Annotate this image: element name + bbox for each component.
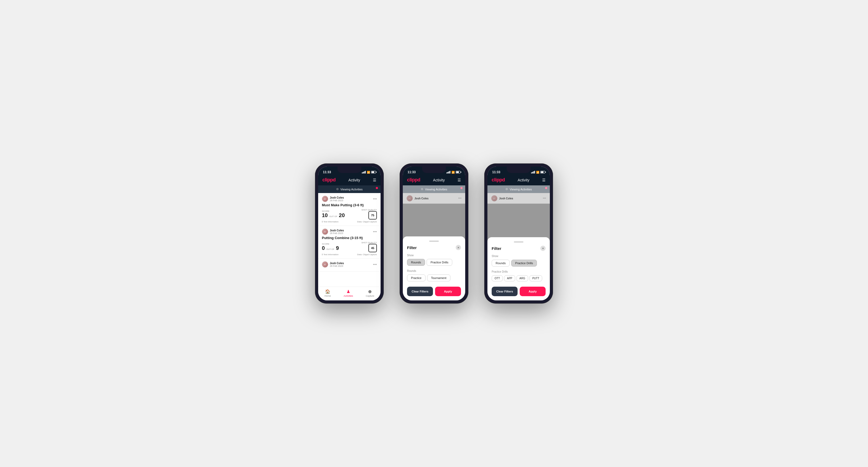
battery-icon-3 <box>540 171 545 174</box>
signal-bars-1 <box>362 171 366 174</box>
menu-icon-1[interactable]: ☰ <box>373 178 376 182</box>
user-details-1: Josh Coles 28 Feb 2023 <box>330 196 344 202</box>
avatar-img-3: JC <box>322 261 328 267</box>
sheet-header-3: Filter ✕ <box>492 246 546 251</box>
avatar-2: JC <box>322 228 328 235</box>
user-name-1: Josh Coles <box>330 196 344 199</box>
shot-quality-label-1: Shot Quality <box>361 209 377 211</box>
shots-value-2: 9 <box>336 245 339 251</box>
close-btn-2[interactable]: ✕ <box>456 245 461 250</box>
sheet-actions-2: Clear Filters Apply <box>407 287 461 296</box>
apply-btn-3[interactable]: Apply <box>520 287 546 296</box>
arg-tag[interactable]: ARG <box>517 275 528 281</box>
status-time-2: 11:33 <box>408 170 416 174</box>
viewing-bar-3: ⚙ Viewing Activities <box>488 185 550 193</box>
more-dots-2[interactable]: ••• <box>373 229 377 234</box>
shot-quality-badge-1: 75 <box>368 211 377 219</box>
viewing-bar-2: ⚙ Viewing Activities <box>403 185 465 193</box>
sheet-actions-3: Clear Filters Apply <box>492 287 546 296</box>
avatar-img-1: JC <box>322 196 328 202</box>
red-dot-3 <box>545 187 547 189</box>
nav-item-capture-1[interactable]: ⊕ Capture <box>366 289 374 297</box>
ott-tag[interactable]: OTT <box>492 275 503 281</box>
user-name-2: Josh Coles <box>330 229 344 232</box>
app-header-2: clippd Activity ☰ <box>403 176 465 185</box>
capture-label-1: Capture <box>366 294 374 297</box>
screen-1: 11:33 📶 clippd Activity <box>318 166 380 301</box>
filter-icon-3: ⚙ <box>505 187 508 191</box>
sheet-handle-3 <box>514 242 523 243</box>
avatar-img-2: JC <box>322 229 328 235</box>
practice-drills-btn-3[interactable]: Practice Drills <box>511 260 537 267</box>
sheet-title-3: Filter <box>492 246 501 251</box>
practice-round-btn-2[interactable]: Practice <box>407 275 426 281</box>
viewing-bar-text-3: Viewing Activities <box>509 188 532 191</box>
rounds-section-label-2: Rounds <box>407 270 461 272</box>
user-date-2: 28 Feb 2023 <box>330 232 344 235</box>
signal-bar-4 <box>365 171 366 174</box>
phones-container: 11:33 📶 clippd Activity <box>315 163 553 304</box>
rounds-btn-3[interactable]: Rounds <box>492 260 509 267</box>
viewing-bar-1[interactable]: ⚙ Viewing Activities <box>318 185 380 193</box>
out-of-2: OUT OF <box>327 248 334 250</box>
notch-2 <box>422 166 446 173</box>
shot-quality-label-2: Shot Quality <box>361 242 377 244</box>
status-icons-1: 📶 <box>362 171 376 174</box>
user-details-2: Josh Coles 28 Feb 2023 <box>330 229 344 235</box>
clear-filters-btn-2[interactable]: Clear Filters <box>407 287 433 296</box>
show-buttons-2: Rounds Practice Drills <box>407 259 461 266</box>
putt-tag[interactable]: PUTT <box>529 275 542 281</box>
close-btn-3[interactable]: ✕ <box>540 246 546 251</box>
filter-icon-1: ⚙ <box>336 187 339 191</box>
practice-drills-btn-2[interactable]: Practice Drills <box>427 259 452 266</box>
more-dots-3[interactable]: ••• <box>373 262 377 267</box>
notch-1 <box>338 166 361 173</box>
app-tag[interactable]: APP <box>504 275 515 281</box>
info-icon-2: ℹ <box>322 253 323 256</box>
battery-icon-1 <box>371 171 376 174</box>
test-info-1: ℹ Test Information <box>322 221 339 223</box>
screen-3: 11:33 📶 clippd Activity <box>488 166 550 301</box>
sheet-handle-2 <box>429 241 439 242</box>
menu-icon-2[interactable]: ☰ <box>458 178 461 182</box>
menu-icon-3[interactable]: ☰ <box>542 178 546 182</box>
user-details-3: Josh Coles 28 Feb 2023 <box>330 262 344 267</box>
score-label-2: Score <box>322 243 339 245</box>
score-value-1: 10 <box>322 212 328 218</box>
filter-icon-2: ⚙ <box>421 187 424 191</box>
dimmed-bg-3: JC Josh Coles ••• Filter ✕ Show Rounds <box>488 193 550 301</box>
activity-peek-3: JC Josh Coles ••• <box>488 193 550 204</box>
activity-title-1: Must Make Putting (3-6 ft) <box>322 203 377 207</box>
activity-item-2: JC Josh Coles 28 Feb 2023 ••• Putting Co… <box>318 226 380 259</box>
show-buttons-3: Rounds Practice Drills <box>492 260 546 267</box>
rounds-btn-2[interactable]: Rounds <box>407 259 425 266</box>
apply-btn-2[interactable]: Apply <box>435 287 461 296</box>
avatar-3: JC <box>322 261 328 268</box>
user-info-3: JC Josh Coles 28 Feb 2023 <box>322 261 344 268</box>
status-time-1: 11:33 <box>323 170 331 174</box>
nav-item-home-1[interactable]: 🏠 Home <box>324 289 331 297</box>
clear-filters-btn-3[interactable]: Clear Filters <box>492 287 518 296</box>
drill-tags-3: OTT APP ARG PUTT <box>492 275 546 281</box>
logo-1: clippd <box>322 177 336 183</box>
activity-header-2: JC Josh Coles 28 Feb 2023 ••• <box>322 228 377 235</box>
screen-2: 11:33 📶 clippd Activity <box>403 166 465 301</box>
user-info-2: JC Josh Coles 28 Feb 2023 <box>322 228 344 235</box>
score-label-1: Score <box>322 210 345 212</box>
wifi-icon-1: 📶 <box>367 171 370 174</box>
signal-bar-1 <box>362 173 363 174</box>
viewing-bar-text-2: Viewing Activities <box>425 188 447 191</box>
app-header-3: clippd Activity ☰ <box>488 176 550 185</box>
practice-drills-section-label-3: Practice Drills <box>492 270 546 273</box>
more-dots-1[interactable]: ••• <box>373 197 377 201</box>
home-icon-1: 🏠 <box>325 289 330 294</box>
activity-peek-2: JC Josh Coles ••• <box>403 193 465 204</box>
show-label-2: Show <box>407 254 461 257</box>
activity-title-2: Putting Combine (3-15 ft) <box>322 236 377 240</box>
status-icons-3: 📶 <box>531 171 545 174</box>
activities-label-1: Activities <box>344 294 353 297</box>
tournament-btn-2[interactable]: Tournament <box>427 275 451 281</box>
wifi-icon-3: 📶 <box>536 171 539 174</box>
header-title-3: Activity <box>518 178 529 182</box>
nav-item-activities-1[interactable]: ♟ Activities <box>344 289 353 297</box>
